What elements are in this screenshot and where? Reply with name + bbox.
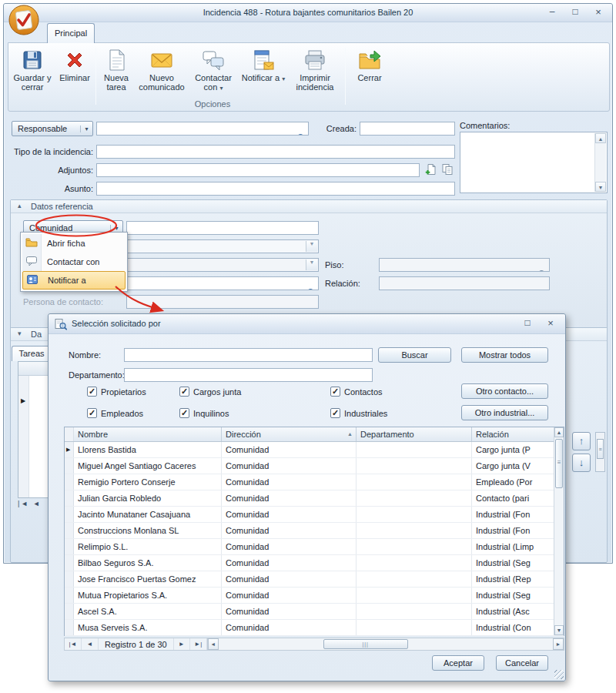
header-relacion[interactable]: Relación: [472, 427, 555, 441]
menu-item-abrir-ficha[interactable]: Abrir ficha: [22, 234, 126, 253]
header-nombre[interactable]: Nombre: [74, 427, 222, 441]
checkbox-cargos-junta[interactable]: ✓ Cargos junta: [179, 387, 241, 397]
table-row[interactable]: Jose Francisco Puertas Gomez Comunidad I…: [65, 571, 564, 588]
notify-to-button[interactable]: Notificar a ▾: [239, 45, 287, 101]
checkbox-industriales[interactable]: ✓ Industriales: [330, 408, 387, 418]
copy-icon[interactable]: [441, 163, 454, 177]
tareas-grid-navigator[interactable]: |◄ ◄: [18, 500, 42, 507]
last-record-button[interactable]: ►|: [190, 638, 207, 650]
first-record-icon[interactable]: |◄: [18, 500, 29, 507]
checkbox-propietarios[interactable]: ✓ Propietarios: [87, 387, 146, 397]
menu-item-notificar-a[interactable]: Notificar a: [22, 271, 126, 290]
scrollbar-thumb[interactable]: |||: [323, 639, 408, 649]
new-communication-button[interactable]: Nuevo comunicado: [136, 45, 187, 101]
maximize-icon[interactable]: □: [521, 317, 534, 330]
collapse-icon[interactable]: ▴: [18, 202, 22, 209]
piso-field[interactable]: [379, 258, 550, 272]
move-up-button[interactable]: ↑: [572, 432, 591, 450]
adjuntos-field[interactable]: [96, 163, 420, 177]
table-row[interactable]: Jacinto Munataner Casajuana Comunidad In…: [65, 507, 564, 523]
new-task-button[interactable]: Nueva tarea: [98, 45, 135, 101]
row-selector: [65, 571, 74, 587]
scroll-down-icon[interactable]: ▼: [554, 625, 564, 635]
search-icon[interactable]: [278, 124, 306, 136]
dropdown-arrow-icon[interactable]: ▼: [306, 241, 317, 252]
window-titlebar[interactable]: Incidencia 488 - Rotura bajantes comunit…: [4, 4, 612, 22]
nombre-input[interactable]: [124, 348, 373, 362]
persona-contacto-field[interactable]: [126, 295, 319, 309]
responsable-dropdown-button[interactable]: Responsable ▾: [12, 121, 93, 136]
scroll-up-icon: ▲: [595, 133, 606, 143]
solicitado-field[interactable]: [126, 276, 319, 290]
checkbox-inquilinos[interactable]: ✓ Inquilinos: [179, 408, 229, 418]
table-row[interactable]: Julian Garcia Robledo Comunidad Contacto…: [65, 490, 564, 507]
direccion-field[interactable]: Bailen nº 20 ▼: [126, 239, 319, 253]
close-window-button[interactable]: Cerrar: [349, 45, 390, 101]
checkbox-contactos[interactable]: ✓ Contactos: [330, 387, 383, 397]
prev-record-button[interactable]: ◄: [82, 638, 99, 650]
buscar-button[interactable]: Buscar: [378, 347, 451, 363]
comunidad-field[interactable]: Bailén - Ausiàs March: [126, 221, 319, 235]
tipo-field[interactable]: AVERIA URGENTE (Comunidades): [96, 145, 455, 159]
table-row[interactable]: Ascel S.A. Comunidad Industrial (Asc: [65, 604, 564, 620]
maximize-icon[interactable]: □: [567, 6, 583, 18]
creada-field[interactable]: 29/07/2011 10:46: [360, 122, 455, 136]
cancelar-button[interactable]: Cancelar: [496, 655, 548, 671]
cell-direccion: Comunidad: [222, 620, 357, 635]
comentarios-scrollbar[interactable]: ▲ ▼: [594, 133, 606, 192]
scroll-right-icon[interactable]: ►: [553, 638, 564, 650]
tab-principal[interactable]: Principal: [47, 23, 95, 43]
minimize-icon[interactable]: –: [544, 6, 560, 18]
zona-field[interactable]: ▼: [126, 258, 319, 272]
table-row[interactable]: Bilbao Seguros S.A. Comunidad Industrial…: [65, 555, 564, 571]
scroll-up-icon[interactable]: ▲: [554, 427, 564, 437]
search-icon[interactable]: [514, 260, 547, 272]
table-vertical-scrollbar[interactable]: ▲ ≡ ▼: [554, 427, 564, 635]
relacion-field[interactable]: [379, 276, 550, 290]
background-scrollbar[interactable]: ≡: [595, 432, 605, 472]
datos-referencia-header[interactable]: ▴ Datos referencia: [11, 200, 607, 213]
responsable-field[interactable]: Jaume Jurado ( Central - Propiedad Horiz…: [96, 122, 309, 136]
next-record-button[interactable]: ►: [173, 638, 190, 650]
table-row[interactable]: Mutua Propietarios S.A. Comunidad Indust…: [65, 588, 564, 604]
dropdown-arrow-icon[interactable]: ▼: [306, 259, 317, 270]
prev-record-icon[interactable]: ◄: [33, 500, 42, 507]
scrollbar-thumb[interactable]: ≡: [597, 439, 604, 459]
comentarios-label: Comentarios:: [460, 121, 510, 130]
table-row[interactable]: Miguel Angel Santiago Caceres Comunidad …: [65, 458, 564, 474]
table-row[interactable]: ▶ Llorens Bastida Comunidad Cargo junta …: [65, 442, 564, 458]
header-direccion[interactable]: Dirección▲: [222, 427, 357, 441]
departamento-input[interactable]: [124, 368, 373, 382]
first-record-button[interactable]: |◄: [65, 638, 82, 650]
close-icon[interactable]: ×: [591, 6, 606, 18]
otro-contacto-button[interactable]: Otro contacto...: [461, 383, 548, 399]
otro-industrial-button[interactable]: Otro industrial...: [461, 405, 548, 420]
table-horizontal-scrollbar[interactable]: ◄ ||| ►: [207, 638, 564, 650]
scrollbar-thumb[interactable]: ≡: [555, 439, 563, 488]
table-row[interactable]: Musa Serveis S.A. Comunidad Industrial (…: [65, 620, 564, 636]
resize-grip[interactable]: [554, 670, 564, 679]
mostrar-todos-button[interactable]: Mostrar todos: [461, 347, 548, 363]
print-incident-button[interactable]: Imprimir incidencia: [292, 45, 338, 101]
aceptar-button[interactable]: Aceptar: [432, 655, 484, 671]
comentarios-textarea[interactable]: ▲ ▼: [460, 132, 608, 193]
save-close-button[interactable]: Guardar y cerrar: [10, 45, 55, 101]
checkbox-empleados[interactable]: ✓ Empleados: [87, 408, 143, 418]
menu-item-contactar-con[interactable]: Contactar con: [22, 253, 126, 271]
asunto-field[interactable]: Rotura bajantes comunitarios Bailen 20: [96, 182, 455, 196]
table-row[interactable]: Construccions Monlana SL Comunidad Indus…: [65, 523, 564, 539]
attach-add-icon[interactable]: [424, 163, 437, 177]
expand-icon[interactable]: ▾: [18, 330, 22, 337]
dialog-titlebar[interactable]: Selección solicitado por □ ×: [49, 314, 565, 334]
move-down-button[interactable]: ↓: [572, 454, 591, 472]
header-departamento[interactable]: Departamento: [357, 427, 472, 441]
scroll-left-icon[interactable]: ◄: [208, 638, 219, 650]
notify-icon: [23, 273, 42, 287]
table-row[interactable]: Relimpio S.L. Comunidad Industrial (Limp: [65, 539, 564, 555]
close-icon[interactable]: ×: [544, 317, 557, 330]
table-row[interactable]: Remigio Portero Conserje Comunidad Emple…: [65, 474, 564, 490]
tab-tareas[interactable]: Tareas: [12, 346, 52, 361]
delete-button[interactable]: Eliminar: [55, 45, 95, 101]
search-icon[interactable]: [283, 279, 316, 290]
contact-with-button[interactable]: Contactar con ▾: [189, 45, 238, 101]
